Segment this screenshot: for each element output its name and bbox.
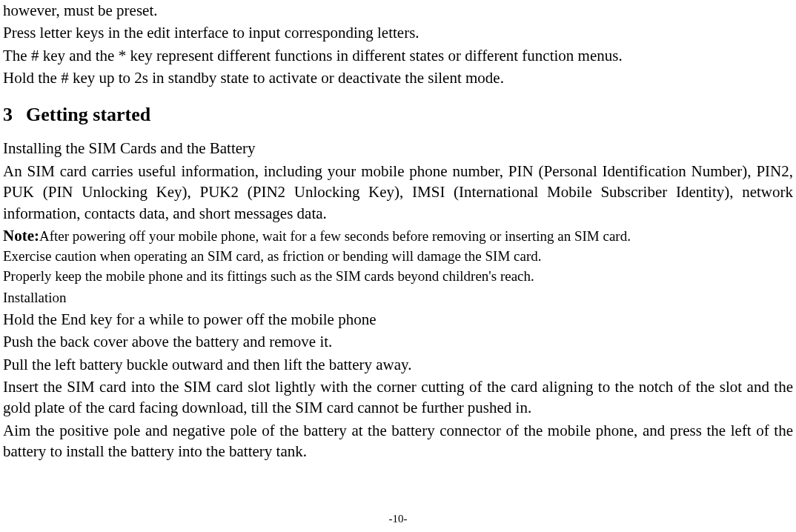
note-label: Note: [3, 227, 39, 245]
caution-1: Exercise caution when operating an SIM c… [3, 247, 793, 266]
caution-2: Properly keep the mobile phone and its f… [3, 267, 793, 286]
note-text: After powering off your mobile phone, wa… [39, 228, 631, 244]
step-1: Hold the End key for a while to power of… [3, 309, 793, 330]
intro-line2: Press letter keys in the edit interface … [3, 22, 793, 43]
note-line: Note:After powering off your mobile phon… [3, 225, 793, 246]
page-number: -10- [0, 511, 796, 526]
intro-line3: The # key and the * key represent differ… [3, 45, 793, 66]
heading-number: 3 [3, 102, 13, 127]
subheading: Installing the SIM Cards and the Battery [3, 138, 793, 159]
installation-label: Installation [3, 288, 793, 307]
heading-title: Getting started [26, 104, 150, 125]
section-heading: 3Getting started [3, 102, 793, 127]
step-2: Push the back cover above the battery an… [3, 331, 793, 352]
intro-line1: however, must be preset. [3, 0, 793, 21]
step-3: Pull the left battery buckle outward and… [3, 354, 793, 375]
intro-line4: Hold the # key up to 2s in standby state… [3, 67, 793, 88]
sim-info: An SIM card carries useful information, … [3, 161, 793, 224]
step-5: Aim the positive pole and negative pole … [3, 420, 793, 462]
step-4: Insert the SIM card into the SIM card sl… [3, 376, 793, 419]
